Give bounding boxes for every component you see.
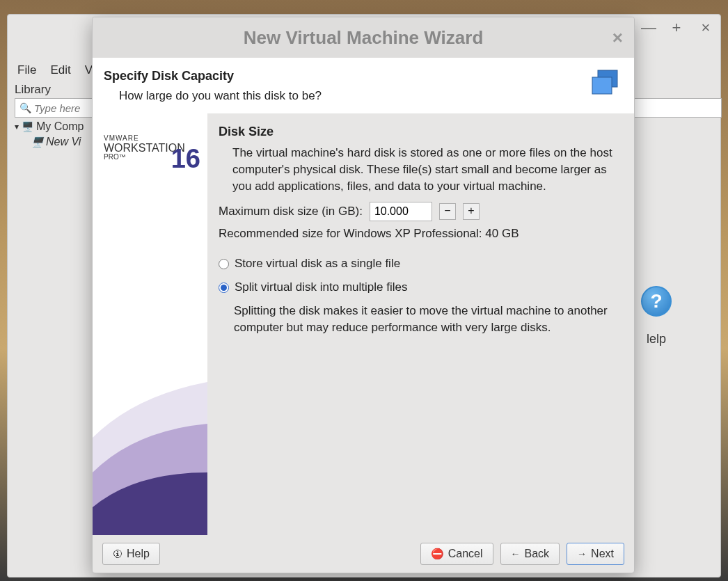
wizard-header: Specify Disk Capacity How large do you w… [93,58,634,113]
wizard-step-title: Specify Disk Capacity [104,69,322,83]
svg-rect-1 [592,77,612,94]
menu-bar: File Edit Vi [15,62,98,79]
brand-version: 16 [171,144,200,174]
help-button-label: Help [127,548,150,560]
help-tile-label: lelp [641,332,672,347]
arrow-left-icon: ← [511,548,521,559]
max-disk-size-label: Maximum disk size (in GB): [219,203,363,220]
brand-vmware: VMWARE [104,134,200,142]
library-tree: ▾ 🖥️ My Comp 🖥️ New Vi [15,120,84,151]
arrow-right-icon: → [577,548,587,559]
maximize-icon[interactable]: + [670,22,683,34]
wizard-content: Disk Size The virtual machine's hard dis… [207,113,634,535]
dialog-body: VMWARE WORKSTATION PRO™ 16 Disk Size The… [93,113,634,535]
next-button[interactable]: → Next [567,543,624,565]
option-single-file-label: Store virtual disk as a single file [235,255,400,272]
help-circle-icon: ? [641,286,672,317]
cancel-button-label: Cancel [448,548,483,560]
radio-single-file[interactable] [219,259,229,269]
new-vm-wizard-dialog: New Virtual Machine Wizard × Specify Dis… [92,17,635,573]
disk-size-description: The virtual machine's hard disk is store… [232,145,623,194]
help-icon: 🛈 [113,548,122,559]
tree-vm-item[interactable]: 🖥️ New Vi [31,136,84,148]
back-button-label: Back [525,548,550,560]
cancel-button[interactable]: ⛔ Cancel [420,543,493,565]
library-label: Library [15,83,51,97]
computer-icon: 🖥️ [22,121,33,132]
max-disk-size-row: Maximum disk size (in GB): − + [219,202,623,221]
tree-root-label: My Comp [36,120,84,133]
back-button[interactable]: ← Back [500,543,560,565]
vm-icon: 🖥️ [31,136,43,148]
wizard-brand-panel: VMWARE WORKSTATION PRO™ 16 [93,113,207,535]
search-icon: 🔍 [19,102,31,113]
disk-wizard-icon [588,67,622,101]
option-single-file[interactable]: Store virtual disk as a single file [219,255,623,272]
recommended-size-label: Recommended size for Windows XP Professi… [219,225,623,242]
dialog-titlebar: New Virtual Machine Wizard × [93,17,634,58]
close-window-icon[interactable]: × [699,22,712,34]
window-controls: — + × [641,22,712,34]
menu-edit[interactable]: Edit [47,62,73,79]
tree-root-item[interactable]: ▾ 🖥️ My Comp [15,120,84,133]
dialog-title: New Virtual Machine Wizard [244,27,484,49]
step-down-button[interactable]: − [439,203,456,220]
tree-item-label: New Vi [46,136,81,148]
wizard-step-subtitle: How large do you want this disk to be? [119,89,322,103]
next-button-label: Next [591,548,614,560]
close-icon[interactable]: × [612,27,623,49]
max-disk-size-input[interactable] [370,202,432,221]
help-tile[interactable]: ? lelp [641,286,672,347]
option-split-files-label: Split virtual disk into multiple files [235,279,407,296]
caret-down-icon: ▾ [15,122,19,132]
cancel-icon: ⛔ [431,548,444,560]
option-split-files[interactable]: Split virtual disk into multiple files [219,279,623,296]
step-up-button[interactable]: + [463,203,480,220]
minimize-icon[interactable]: — [641,22,654,34]
help-button[interactable]: 🛈 Help [102,543,160,565]
split-description: Splitting the disk makes it easier to mo… [234,303,623,336]
brand-swoosh-graphic [93,354,207,535]
radio-split-files[interactable] [219,282,229,293]
disk-size-title: Disk Size [219,123,623,141]
dialog-footer: 🛈 Help ⛔ Cancel ← Back → Next [93,535,634,573]
menu-file[interactable]: File [15,62,39,79]
